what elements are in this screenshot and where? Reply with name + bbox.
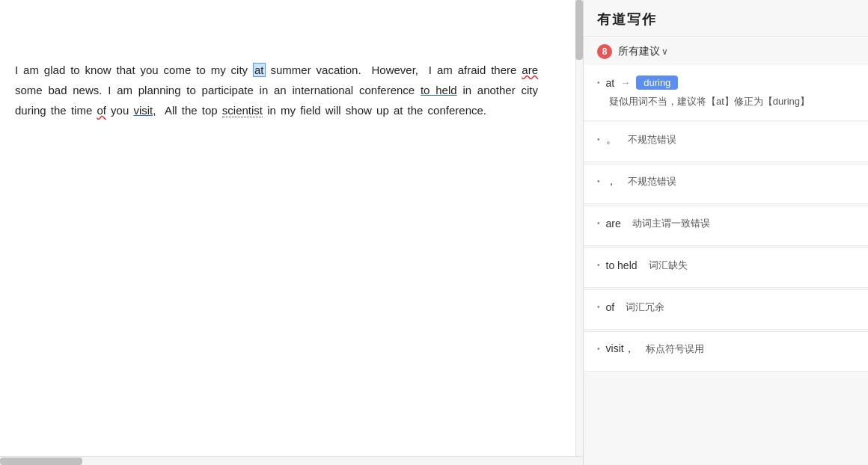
word-to-held-underline: to held	[421, 84, 457, 96]
suggestion-replacement[interactable]: during	[636, 76, 678, 90]
bullet-icon: •	[597, 345, 600, 353]
right-header: 有道写作	[584, 0, 868, 37]
bullet-icon: •	[597, 219, 600, 227]
editor-text: I am glad to know that you come to my ci…	[15, 60, 538, 120]
horizontal-scrollbar-track[interactable]	[0, 456, 583, 465]
suggestion-item-comma[interactable]: • ， 不规范错误	[584, 164, 868, 204]
bullet-icon: •	[597, 135, 600, 144]
right-panel: 有道写作 8 所有建议 ∨ • at → during 疑似用词不当，建议将【a…	[584, 0, 868, 465]
suggestion-word: of	[606, 301, 615, 313]
suggestion-word: ，	[606, 175, 617, 188]
suggestion-word: at	[606, 77, 615, 89]
suggestion-word: 。	[606, 133, 617, 147]
word-are-underline: are	[522, 64, 538, 76]
suggestions-label: 所有建议	[618, 45, 660, 58]
suggestion-item-are[interactable]: • are 动词主谓一致错误	[584, 206, 868, 246]
suggestion-word: to held	[606, 259, 638, 271]
suggestions-list[interactable]: • at → during 疑似用词不当，建议将【at】修正为【during】 …	[584, 65, 868, 465]
bullet-icon: •	[597, 177, 600, 185]
error-type-label: 不规范错误	[623, 175, 676, 188]
suggestion-item-of[interactable]: • of 词汇冗余	[584, 290, 868, 330]
arrow-icon: →	[620, 77, 630, 88]
suggestion-word: visit，	[606, 342, 635, 356]
bullet-icon: •	[597, 261, 600, 269]
app-title: 有道写作	[597, 12, 657, 27]
horizontal-scrollbar-thumb[interactable]	[0, 458, 82, 465]
editor-content[interactable]: I am glad to know that you come to my ci…	[0, 0, 583, 135]
error-type-label: 标点符号误用	[641, 342, 704, 356]
suggestions-bar[interactable]: 8 所有建议 ∨	[584, 37, 868, 65]
suggestion-item-to-held[interactable]: • to held 词汇缺失	[584, 248, 868, 288]
error-type-label: 词汇缺失	[644, 259, 688, 272]
error-type-label: 词汇冗余	[620, 301, 664, 314]
error-type-label: 不规范错误	[623, 133, 676, 147]
word-of-underline: of	[97, 104, 106, 117]
vertical-scrollbar-track[interactable]	[575, 0, 583, 456]
error-type-label: 动词主谓一致错误	[627, 217, 710, 230]
word-at-highlight: at	[253, 63, 266, 77]
suggestion-description: 疑似用词不当，建议将【at】修正为【during】	[597, 94, 855, 110]
chevron-down-icon: ∨	[661, 46, 668, 57]
suggestion-item-period[interactable]: • 。 不规范错误	[584, 123, 868, 162]
word-scientist-underline: scientist	[222, 104, 263, 117]
suggestion-word: are	[606, 218, 621, 230]
suggestion-item-at[interactable]: • at → during 疑似用词不当，建议将【at】修正为【during】	[584, 65, 868, 121]
suggestion-item-visit[interactable]: • visit， 标点符号误用	[584, 332, 868, 372]
vertical-scrollbar-thumb[interactable]	[575, 0, 583, 60]
word-visit-underline: visit,	[133, 104, 156, 117]
bullet-icon: •	[597, 303, 600, 311]
bullet-icon: •	[597, 78, 600, 87]
suggestions-badge: 8	[597, 44, 612, 59]
editor-panel[interactable]: I am glad to know that you come to my ci…	[0, 0, 584, 465]
